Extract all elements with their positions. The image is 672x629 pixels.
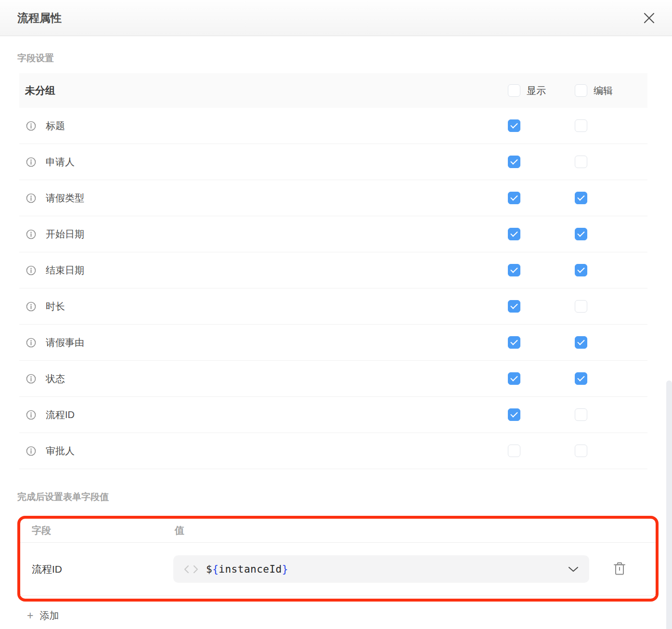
info-icon [26, 338, 36, 348]
post-completion-field-name: 流程ID [32, 563, 62, 576]
info-icon [26, 121, 36, 131]
info-icon [26, 446, 36, 456]
info-icon [26, 229, 36, 239]
edit-all-checkbox[interactable] [575, 84, 587, 97]
field-label: 流程ID [46, 408, 75, 421]
dialog-body: 字段设置 未分组 显示 编辑 标题申请人请假类型开始日期结束日期时长请假事由状态… [0, 52, 672, 622]
post-completion-header-row: 字段 值 [20, 519, 656, 543]
field-row: 请假事由 [19, 325, 647, 361]
field-label: 时长 [46, 300, 65, 313]
field-row: 流程ID [19, 397, 647, 433]
display-checkbox[interactable] [508, 300, 520, 313]
value-expression: ${instanceId} [206, 563, 288, 575]
display-checkbox[interactable] [508, 445, 520, 457]
field-label: 审批人 [46, 445, 75, 458]
info-icon [26, 301, 36, 312]
edit-checkbox[interactable] [575, 300, 587, 313]
field-label: 请假类型 [46, 192, 84, 205]
group-header-row: 未分组 显示 编辑 [19, 73, 647, 108]
display-checkbox[interactable] [508, 336, 520, 349]
display-checkbox[interactable] [508, 156, 520, 168]
edit-checkbox[interactable] [575, 119, 587, 132]
chevron-down-icon [568, 566, 579, 572]
display-checkbox[interactable] [508, 264, 520, 276]
process-properties-dialog: 流程属性 字段设置 未分组 显示 编辑 标题申请人请假类型开始日期结束日期时长请… [0, 0, 672, 629]
delete-row-button[interactable] [613, 562, 626, 576]
group-name: 未分组 [25, 84, 55, 97]
display-all-checkbox[interactable] [508, 84, 520, 97]
display-checkbox[interactable] [508, 228, 520, 240]
field-row: 开始日期 [19, 216, 647, 252]
post-completion-section-title: 完成后设置表单字段值 [17, 491, 672, 503]
scrollbar-thumb[interactable] [666, 380, 672, 629]
field-label: 状态 [46, 372, 65, 385]
info-icon [26, 265, 36, 275]
info-icon [26, 410, 36, 420]
annotation-red-box: 字段 值 流程ID ${instanceId} [17, 516, 659, 602]
trash-icon [613, 562, 626, 576]
close-icon [643, 12, 656, 25]
field-row: 标题 [19, 108, 647, 144]
field-rows: 标题申请人请假类型开始日期结束日期时长请假事由状态流程ID审批人 [19, 108, 647, 469]
edit-checkbox[interactable] [575, 192, 587, 204]
edit-checkbox[interactable] [575, 408, 587, 421]
edit-checkbox[interactable] [575, 228, 587, 240]
value-select[interactable]: ${instanceId} [173, 555, 589, 583]
display-checkbox[interactable] [508, 372, 520, 385]
field-column-header: 字段 [32, 524, 51, 537]
dialog-header: 流程属性 [0, 0, 672, 36]
field-row: 状态 [19, 361, 647, 397]
display-checkbox[interactable] [508, 192, 520, 204]
field-row: 申请人 [19, 144, 647, 180]
field-row: 请假类型 [19, 180, 647, 216]
info-icon [26, 157, 36, 167]
display-checkbox[interactable] [508, 119, 520, 132]
post-completion-row: 流程ID ${instanceId} [20, 543, 656, 596]
value-column-header: 值 [175, 524, 184, 537]
field-settings-section-title: 字段设置 [17, 52, 672, 65]
edit-checkbox[interactable] [575, 336, 587, 349]
field-row: 时长 [19, 288, 647, 325]
field-row: 审批人 [19, 433, 647, 469]
display-column-label: 显示 [527, 84, 546, 97]
dialog-title: 流程属性 [17, 11, 62, 26]
code-icon [184, 565, 198, 574]
display-checkbox[interactable] [508, 408, 520, 421]
edit-checkbox[interactable] [575, 156, 587, 168]
field-label: 申请人 [46, 156, 75, 169]
field-label: 标题 [46, 119, 65, 132]
info-icon [26, 374, 36, 384]
close-button[interactable] [640, 9, 658, 26]
field-row: 结束日期 [19, 252, 647, 288]
info-icon [26, 193, 36, 203]
field-settings-table: 未分组 显示 编辑 标题申请人请假类型开始日期结束日期时长请假事由状态流程ID审… [19, 73, 647, 469]
field-label: 结束日期 [46, 264, 84, 277]
add-field-button[interactable]: + 添加 [27, 609, 59, 622]
edit-column-label: 编辑 [594, 84, 613, 97]
field-label: 请假事由 [46, 336, 84, 349]
edit-checkbox[interactable] [575, 445, 587, 457]
add-button-label: 添加 [39, 609, 59, 622]
plus-icon: + [27, 610, 33, 621]
edit-checkbox[interactable] [575, 372, 587, 385]
edit-checkbox[interactable] [575, 264, 587, 276]
field-label: 开始日期 [46, 228, 84, 241]
